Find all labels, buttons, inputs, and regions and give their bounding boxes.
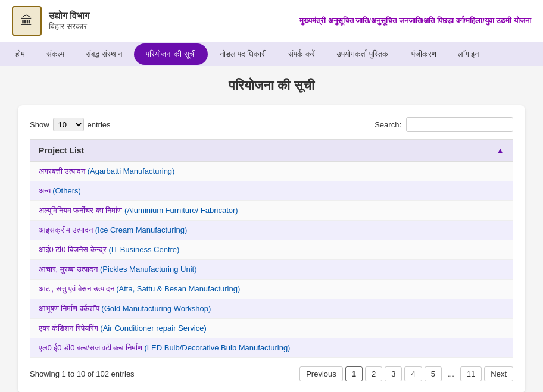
table-row[interactable]: आई0 टी0 बिजनेस केन्द्र (IT Business Cent… <box>30 240 513 260</box>
search-input[interactable] <box>406 117 513 132</box>
page-button-5[interactable]: 5 <box>425 366 442 381</box>
table-row[interactable]: आभूषण निर्माण वर्कशॉप (Gold Manufacturin… <box>30 299 513 319</box>
page-button-4[interactable]: 4 <box>404 366 422 381</box>
column-header-project-list[interactable]: Project List ▲ <box>30 140 513 162</box>
nav-item-contact[interactable]: संपर्क करें <box>279 42 324 66</box>
logo-icon: 🏛 <box>12 6 42 36</box>
page-button-last[interactable]: 11 <box>460 366 482 381</box>
nav-item-registration[interactable]: पंजीकरण <box>402 42 446 66</box>
nav-item-home[interactable]: होम <box>6 42 35 66</box>
nav-item-sankalp[interactable]: संकल्प <box>37 42 74 66</box>
nav-item-institutions[interactable]: संबद्ध संस्थान <box>76 42 132 66</box>
page-button-1[interactable]: 1 <box>345 366 363 381</box>
header-title: उद्योग विभाग बिहार सरकार <box>49 11 89 32</box>
table-row[interactable]: आइसक्रीम उत्पादन (Ice Cream Manufacturin… <box>30 221 513 240</box>
table-row[interactable]: अल्यूमिनियम फर्नीचर का निर्माण (Aluminiu… <box>30 201 513 221</box>
header-left: 🏛 उद्योग विभाग बिहार सरकार <box>12 6 89 36</box>
table-container: Show 10 25 50 100 entries Search: Projec… <box>18 105 525 392</box>
pagination-dots: ... <box>444 367 458 381</box>
header: 🏛 उद्योग विभाग बिहार सरकार मुख्यमंत्री अ… <box>0 0 543 42</box>
entries-label: entries <box>88 120 111 129</box>
previous-button[interactable]: Previous <box>299 366 343 381</box>
pagination-controls: Previous 1 2 3 4 5 ... 11 Next <box>299 366 513 381</box>
page-content: परियोजना की सूची Show 10 25 50 100 entri… <box>0 66 543 392</box>
sort-icon: ▲ <box>496 146 504 155</box>
entries-select[interactable]: 10 25 50 100 <box>53 118 84 131</box>
show-label: Show <box>30 120 49 129</box>
show-entries-control: Show 10 25 50 100 entries <box>30 118 111 131</box>
table-row[interactable]: आटा, सत्तु एवं बेसन उत्पादन (Atta, Sattu… <box>30 280 513 299</box>
pagination-info: Showing 1 to 10 of 102 entries <box>30 369 135 378</box>
page-button-3[interactable]: 3 <box>385 366 402 381</box>
table-row[interactable]: एल0 ई0 डी0 बल्ब/सजावटी बल्ब निर्माण (LED… <box>30 338 513 358</box>
table-row[interactable]: आचार, मुरब्बा उत्पादन (Pickles Manufactu… <box>30 260 513 280</box>
org-name-line2: बिहार सरकार <box>49 21 89 32</box>
table-row[interactable]: एयर कंडिशन रिपेयरिंग (Air Conditioner re… <box>30 319 513 338</box>
search-label: Search: <box>375 120 401 129</box>
table-row[interactable]: अन्य (Others) <box>30 181 513 201</box>
search-box: Search: <box>375 117 513 132</box>
org-name-line1: उद्योग विभाग <box>49 11 89 21</box>
nav-item-login[interactable]: लॉग इन <box>448 42 489 66</box>
page-button-2[interactable]: 2 <box>365 366 382 381</box>
next-button[interactable]: Next <box>484 366 513 381</box>
navbar: होम संकल्प संबद्ध संस्थान परियोजना की सू… <box>0 42 543 66</box>
page-heading: परियोजना की सूची <box>18 78 525 93</box>
nav-item-project-list[interactable]: परियोजना की सूची <box>134 43 208 65</box>
pagination-row: Showing 1 to 10 of 102 entries Previous … <box>30 366 513 381</box>
scheme-title: मुख्यमंत्री अनुसूचित जाति/अनुसूचित जनजात… <box>299 16 531 26</box>
project-table: Project List ▲ अगरबत्ती उत्पादन (Agarbat… <box>30 139 513 358</box>
nav-item-nodal[interactable]: नोडल पदाधिकारी <box>210 42 277 66</box>
table-row[interactable]: अगरबत्ती उत्पादन (Agarbatti Manufacturin… <box>30 162 513 181</box>
nav-item-user-guide[interactable]: उपयोगकर्ता पुस्तिका <box>327 42 400 66</box>
table-controls: Show 10 25 50 100 entries Search: <box>30 117 513 132</box>
